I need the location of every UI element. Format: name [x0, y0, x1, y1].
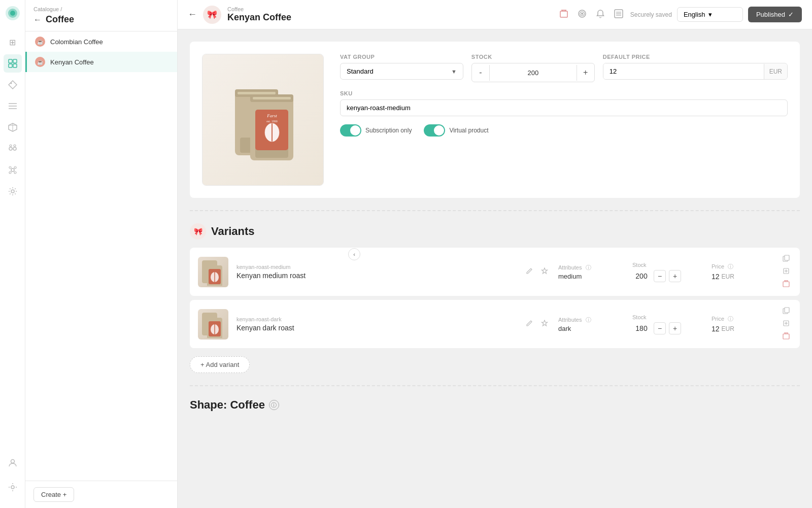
preview-button[interactable]: [576, 7, 589, 22]
svg-point-23: [11, 460, 14, 463]
variant-edit-button-dark[interactable]: [524, 318, 535, 330]
v-stock-control-medium: 200 − +: [632, 270, 703, 282]
nav-header: Catalogue / ← Coffee: [25, 0, 177, 31]
topbar-product-icon: 🎀: [203, 6, 221, 24]
nav-breadcrumb: Catalogue /: [33, 6, 169, 12]
svg-rect-69: [785, 308, 789, 313]
vr-copy-button-medium[interactable]: [781, 254, 792, 264]
variant-info-dark: kenyan-roast-dark Kenyan dark roast: [236, 316, 516, 332]
variant-price-dark: Price ⓘ 12 EUR: [712, 315, 772, 333]
add-variant-button[interactable]: + Add variant: [190, 356, 250, 373]
svg-point-21: [14, 172, 16, 174]
topbar-back-button[interactable]: ←: [188, 9, 197, 20]
nav-item-kenyan[interactable]: ☕ Kenyan Coffee: [25, 52, 177, 72]
published-check: ✓: [788, 11, 794, 18]
virtual-toggle[interactable]: [424, 124, 445, 137]
v-price-wrap-medium: 12 EUR: [712, 273, 772, 281]
price-input[interactable]: [603, 63, 764, 79]
vr-delete-button-dark[interactable]: [781, 331, 792, 342]
svg-point-24: [11, 486, 14, 489]
create-button[interactable]: Create +: [33, 487, 74, 502]
nav-title: Coffee: [46, 14, 74, 25]
sidebar-settings-icon[interactable]: [4, 478, 22, 496]
variant-stock-label-dark: Stock: [632, 314, 703, 320]
v-price-value-dark: 12: [712, 325, 720, 333]
svg-point-13: [9, 147, 12, 150]
vr-delete-button-medium[interactable]: [781, 279, 792, 290]
sidebar-icon-catalogue[interactable]: [4, 54, 22, 73]
nav-footer: Create +: [25, 481, 177, 508]
shape-header: Shape: Coffee ⓘ: [190, 398, 800, 412]
delete-button[interactable]: [557, 7, 570, 22]
topbar-title-group: Coffee Kenyan Coffee: [227, 6, 551, 23]
toggles-row: Subscription only Virtual product: [340, 124, 788, 137]
sidebar-icon-list[interactable]: [4, 97, 22, 115]
subscription-toggle[interactable]: [340, 124, 361, 137]
product-image-area[interactable]: Farst est. 1990: [202, 54, 324, 186]
price-input-wrap: EUR: [603, 63, 788, 80]
nav-list: ☕ Colombian Coffee ☕ Kenyan Coffee: [25, 31, 177, 481]
variant-edit-button-medium[interactable]: [524, 265, 535, 278]
svg-rect-59: [783, 282, 789, 287]
sidebar-icon-home[interactable]: ⊞: [4, 33, 22, 51]
v-stock-decrease-dark[interactable]: −: [654, 322, 666, 334]
language-dropdown[interactable]: English ▾: [677, 7, 743, 22]
sidebar-icon-integrations[interactable]: [4, 161, 22, 179]
variant-star-button-medium[interactable]: [539, 265, 550, 278]
shape-info-icon[interactable]: ⓘ: [269, 400, 279, 410]
sidebar-icon-tags[interactable]: [4, 76, 22, 94]
virtual-label: Virtual product: [449, 127, 488, 134]
svg-rect-6: [13, 64, 17, 67]
subscription-toggle-knob: [350, 125, 360, 136]
sidebar-icon-settings[interactable]: [4, 182, 22, 200]
vat-group-label: VAT GROUP: [340, 54, 463, 60]
notifications-button[interactable]: [594, 7, 607, 22]
nav-back-button[interactable]: ←: [33, 15, 42, 24]
svg-rect-41: [253, 97, 291, 99]
stock-increase-button[interactable]: +: [577, 63, 594, 82]
variant-star-button-dark[interactable]: [539, 318, 550, 330]
shape-title: Shape: Coffee: [190, 398, 265, 412]
variant-row-actions-dark: [781, 306, 792, 342]
nav-item-colombian-label: Colombian Coffee: [50, 38, 103, 46]
nav-panel: Catalogue / ← Coffee ☕ Colombian Coffee …: [25, 0, 178, 508]
sidebar-icon-box[interactable]: [4, 118, 22, 137]
variant-stock-dark: Stock 180 − +: [632, 314, 703, 334]
variant-thumb-dark: [198, 309, 228, 340]
nav-collapse-button[interactable]: ‹: [348, 248, 360, 260]
language-chevron: ▾: [708, 11, 712, 18]
stock-decrease-button[interactable]: -: [472, 63, 489, 82]
svg-point-16: [14, 145, 16, 147]
nav-item-colombian[interactable]: ☕ Colombian Coffee: [25, 31, 177, 52]
vat-group-select[interactable]: Standard ▼: [340, 63, 463, 80]
sidebar-icon-links[interactable]: [4, 140, 22, 158]
sidebar-user-icon[interactable]: [4, 454, 22, 472]
published-button[interactable]: Published ✓: [748, 7, 802, 22]
attr-label-dark: Attributes ⓘ: [558, 316, 624, 324]
topbar-title: Kenyan Coffee: [227, 12, 551, 23]
variant-row-medium: kenyan-roast-medium Kenyan medium roast …: [190, 248, 800, 296]
variant-actions-dark: [524, 318, 550, 330]
sku-row: SKU: [340, 90, 788, 116]
virtual-toggle-group: Virtual product: [424, 124, 488, 137]
sku-input[interactable]: [340, 99, 788, 116]
vr-copy-button-dark[interactable]: [781, 306, 792, 317]
v-stock-control-dark: 180 − +: [632, 322, 703, 334]
app-logo[interactable]: [5, 5, 21, 21]
v-stock-increase-medium[interactable]: +: [669, 270, 681, 282]
variant-row-actions-medium: [781, 254, 792, 290]
attr-value-dark: dark: [558, 325, 624, 332]
vr-duplicate-button-medium[interactable]: [781, 266, 792, 277]
v-stock-increase-dark[interactable]: +: [669, 322, 681, 334]
price-currency: EUR: [764, 64, 787, 79]
main-area: ← 🎀 Coffee Kenyan Coffee Securely saved …: [178, 0, 812, 508]
variant-actions-medium: [524, 265, 550, 278]
more-button[interactable]: [612, 7, 625, 22]
v-stock-decrease-medium[interactable]: −: [654, 270, 666, 282]
content-area: Farst est. 1990 VAT GROUP Standard ▼: [178, 29, 812, 508]
variant-stock-medium: Stock 200 − +: [632, 262, 703, 282]
vr-duplicate-button-dark[interactable]: [781, 319, 792, 329]
svg-text:est. 1990: est. 1990: [266, 120, 278, 123]
svg-point-15: [10, 145, 12, 147]
svg-point-2: [10, 11, 15, 16]
